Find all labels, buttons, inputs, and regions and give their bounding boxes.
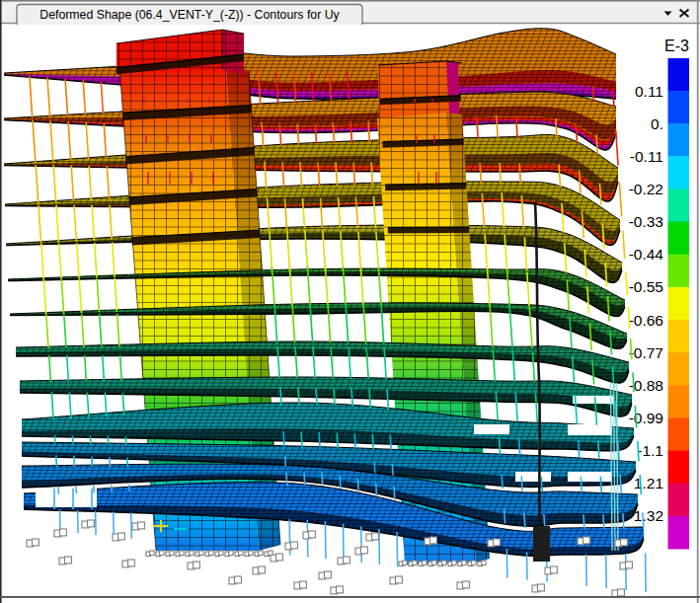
svg-text:Deformed Shape (06.4_VENT-Y_(-: Deformed Shape (06.4_VENT-Y_(-Z)) - Cont…	[39, 8, 340, 22]
svg-text:E-3: E-3	[664, 38, 689, 54]
svg-text:-0.11: -0.11	[630, 148, 663, 165]
svg-text:0.: 0.	[651, 115, 663, 132]
svg-text:-0.44: -0.44	[629, 246, 664, 263]
svg-text:1.21: 1.21	[634, 475, 663, 491]
svg-text:-1.1: -1.1	[637, 442, 663, 459]
svg-text:-0.77: -0.77	[629, 344, 663, 361]
svg-text:-0.33: -0.33	[629, 213, 663, 230]
svg-text:1.32: 1.32	[634, 507, 663, 524]
svg-text:-0.66: -0.66	[629, 312, 663, 329]
svg-text:-0.99: -0.99	[629, 410, 663, 426]
svg-text:-0.22: -0.22	[629, 181, 663, 197]
svg-text:-0.55: -0.55	[629, 278, 663, 295]
svg-text:0.11: 0.11	[635, 83, 663, 100]
